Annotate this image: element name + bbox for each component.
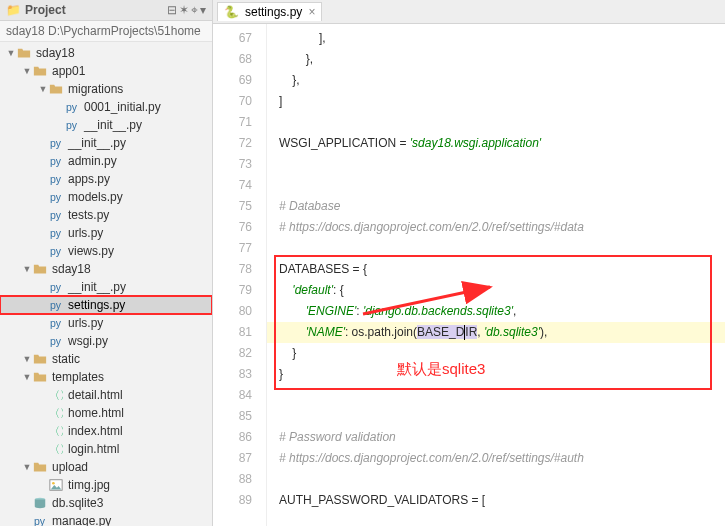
line-number: 84 (217, 385, 252, 406)
code-content[interactable]: 默认是sqlite3 ], }, },]WSGI_APPLICATION = '… (267, 24, 725, 526)
code-line[interactable]: AUTH_PASSWORD_VALIDATORS = [ (279, 490, 725, 511)
py-icon: py (48, 207, 64, 223)
code-token: WSGI_APPLICATION = (279, 136, 410, 150)
expand-arrow-icon[interactable]: ▼ (22, 264, 32, 274)
code-line[interactable]: WSGI_APPLICATION = 'sday18.wsgi.applicat… (279, 133, 725, 154)
gear-icon[interactable]: ✶ (179, 3, 189, 17)
code-line[interactable]: DATABASES = { (279, 259, 725, 280)
folder-icon (32, 261, 48, 277)
tree-node[interactable]: pyadmin.py (0, 152, 212, 170)
tree-node[interactable]: pywsgi.py (0, 332, 212, 350)
tree-node[interactable]: pyapps.py (0, 170, 212, 188)
tree-node[interactable]: ▼sday18 (0, 260, 212, 278)
expand-arrow-icon[interactable]: ▼ (22, 354, 32, 364)
tree-node[interactable]: 〈〉home.html (0, 404, 212, 422)
tree-node[interactable]: ▼migrations (0, 80, 212, 98)
code-line[interactable] (279, 406, 725, 427)
tree-node[interactable]: ▼app01 (0, 62, 212, 80)
tree-node-label: static (52, 352, 80, 366)
code-line[interactable] (279, 385, 725, 406)
tree-node[interactable]: timg.jpg (0, 476, 212, 494)
code-token: # Password validation (279, 430, 396, 444)
tree-node[interactable]: ▼static (0, 350, 212, 368)
py-icon: py (48, 189, 64, 205)
close-icon[interactable]: × (308, 5, 315, 19)
line-number: 76 (217, 217, 252, 238)
code-line[interactable] (279, 112, 725, 133)
tree-node[interactable]: 〈〉detail.html (0, 386, 212, 404)
code-line[interactable]: # https://docs.djangoproject.com/en/2.0/… (279, 217, 725, 238)
code-token: : { (333, 283, 344, 297)
tree-node[interactable]: py0001_initial.py (0, 98, 212, 116)
tree-node[interactable]: pymodels.py (0, 188, 212, 206)
svg-text:py: py (66, 101, 78, 113)
code-area[interactable]: 6768697071727374757677787980818283848586… (213, 24, 725, 526)
project-tree[interactable]: ▼sday18▼app01▼migrationspy0001_initial.p… (0, 42, 212, 526)
tree-node[interactable]: pyviews.py (0, 242, 212, 260)
tree-node[interactable]: pyurls.py (0, 224, 212, 242)
code-token: : os.path.join( (345, 325, 417, 339)
tree-node-label: settings.py (68, 298, 125, 312)
code-line[interactable]: }, (279, 70, 725, 91)
tree-node-label: index.html (68, 424, 123, 438)
tree-node[interactable]: 〈〉index.html (0, 422, 212, 440)
code-line[interactable]: # Database (279, 196, 725, 217)
svg-text:py: py (50, 137, 62, 149)
target-icon[interactable]: ⌖ (191, 3, 198, 17)
code-line[interactable] (279, 469, 725, 490)
code-line[interactable] (279, 154, 725, 175)
tree-node[interactable]: pyurls.py (0, 314, 212, 332)
line-number: 89 (217, 490, 252, 511)
tree-node[interactable]: py__init__.py (0, 278, 212, 296)
code-line[interactable]: 'default': { (279, 280, 725, 301)
line-number: 80 (217, 301, 252, 322)
expand-arrow-icon[interactable]: ▼ (22, 66, 32, 76)
code-line[interactable]: 'ENGINE': 'django.db.backends.sqlite3', (279, 301, 725, 322)
folder-icon (32, 459, 48, 475)
tree-node-label: urls.py (68, 226, 103, 240)
tree-node-label: templates (52, 370, 104, 384)
code-line[interactable]: }, (279, 49, 725, 70)
tree-node[interactable]: db.sqlite3 (0, 494, 212, 512)
code-token (279, 304, 306, 318)
code-line[interactable] (279, 175, 725, 196)
folder-icon (32, 63, 48, 79)
tree-node[interactable]: py__init__.py (0, 116, 212, 134)
expand-arrow-icon[interactable]: ▼ (6, 48, 16, 58)
line-number: 70 (217, 91, 252, 112)
hide-icon[interactable]: ▾ (200, 3, 206, 17)
expand-arrow-icon[interactable]: ▼ (22, 462, 32, 472)
expand-arrow-icon[interactable]: ▼ (38, 84, 48, 94)
panel-title: Project (21, 3, 66, 17)
py-icon: py (48, 225, 64, 241)
tree-node[interactable]: pymanage.py (0, 512, 212, 526)
code-line[interactable]: # https://docs.djangoproject.com/en/2.0/… (279, 448, 725, 469)
tree-node[interactable]: py__init__.py (0, 134, 212, 152)
folder-tab-icon: 📁 (6, 3, 21, 17)
html-icon: 〈〉 (48, 423, 64, 439)
tree-node[interactable]: ▼sday18 (0, 44, 212, 62)
code-token: 'ENGINE' (306, 304, 357, 318)
code-line[interactable]: # Password validation (279, 427, 725, 448)
code-token: BASE_D (417, 325, 464, 339)
line-number: 81 (217, 322, 252, 343)
tab-settings[interactable]: 🐍 settings.py × (217, 2, 322, 21)
tree-node-label: login.html (68, 442, 119, 456)
tree-node-label: 0001_initial.py (84, 100, 161, 114)
svg-text:py: py (50, 173, 62, 185)
code-line[interactable]: ] (279, 91, 725, 112)
tree-node-selected[interactable]: pysettings.py (0, 296, 212, 314)
collapse-icon[interactable]: ⊟ (167, 3, 177, 17)
code-line[interactable]: } (279, 364, 725, 385)
tree-node[interactable]: ▼upload (0, 458, 212, 476)
code-line[interactable] (279, 238, 725, 259)
db-icon (32, 495, 48, 511)
tree-node[interactable]: ▼templates (0, 368, 212, 386)
expand-arrow-icon[interactable]: ▼ (22, 372, 32, 382)
tree-node[interactable]: 〈〉login.html (0, 440, 212, 458)
code-line[interactable]: ], (279, 28, 725, 49)
tree-node-label: sday18 (52, 262, 91, 276)
tree-node[interactable]: pytests.py (0, 206, 212, 224)
code-line[interactable]: } (279, 343, 725, 364)
code-token: } (279, 367, 283, 381)
